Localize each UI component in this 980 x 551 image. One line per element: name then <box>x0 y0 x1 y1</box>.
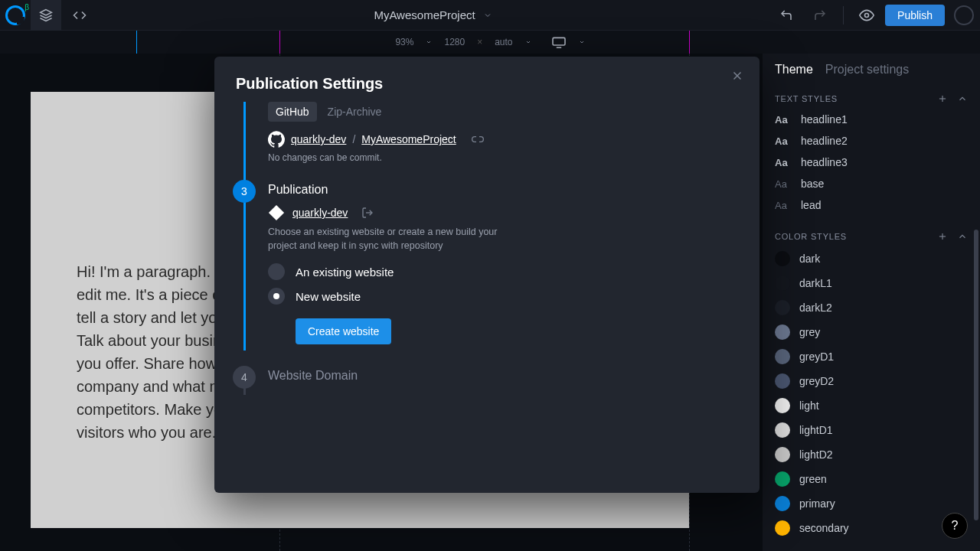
radio-existing-website[interactable]: An existing website <box>268 263 741 280</box>
svg-point-1 <box>865 13 869 17</box>
preview-icon[interactable] <box>851 0 882 31</box>
right-sidebar: Theme Project settings Text Styles Aahea… <box>763 54 980 551</box>
radio-label: An existing website <box>296 266 394 279</box>
text-style-name: headline2 <box>801 135 848 147</box>
text-sample-icon: Aa <box>775 114 792 126</box>
undo-icon[interactable] <box>771 0 802 31</box>
subtab-zip[interactable]: Zip-Archive <box>320 102 390 122</box>
desktop-icon[interactable] <box>551 36 567 48</box>
radio-indicator <box>268 288 285 305</box>
plus-icon[interactable] <box>937 93 948 104</box>
text-sample-icon: Aa <box>775 157 792 168</box>
subtab-github[interactable]: GitHub <box>268 102 317 122</box>
top-bar: β MyAwesomeProject Publish <box>0 0 980 31</box>
color-swatch <box>775 471 790 487</box>
color-swatch <box>775 324 790 340</box>
redo-icon[interactable] <box>805 0 835 31</box>
modal-title: Publication Settings <box>214 57 760 102</box>
color-name: secondary <box>799 522 849 534</box>
text-style-item[interactable]: Aaheadline3 <box>763 152 980 173</box>
color-style-item[interactable]: greyD2 <box>763 369 980 393</box>
logout-icon[interactable] <box>361 207 374 219</box>
text-sample-icon: Aa <box>775 135 792 147</box>
color-swatch <box>775 447 790 462</box>
canvas-width[interactable]: 1280 <box>444 37 465 47</box>
chevron-down-icon[interactable] <box>426 39 432 45</box>
color-name: lightD1 <box>799 424 833 436</box>
text-style-name: base <box>801 178 824 190</box>
tab-theme[interactable]: Theme <box>775 63 813 77</box>
color-swatch <box>775 496 790 511</box>
user-avatar[interactable] <box>954 5 974 25</box>
color-swatch <box>775 276 790 291</box>
color-swatch <box>775 349 790 364</box>
chevron-up-icon[interactable] <box>957 93 968 104</box>
commit-status: No changes can be commit. <box>268 152 741 163</box>
beta-badge: β <box>24 3 29 11</box>
color-style-item[interactable]: greyD1 <box>763 344 980 369</box>
canvas-height[interactable]: auto <box>495 37 512 47</box>
zoom-level[interactable]: 93% <box>395 37 413 47</box>
step-4-badge: 4 <box>233 366 256 389</box>
chevron-down-icon[interactable] <box>579 39 585 45</box>
text-style-item[interactable]: Aalead <box>763 194 980 216</box>
color-swatch <box>775 422 790 438</box>
color-swatch <box>775 398 790 413</box>
color-styles-heading: Color Styles <box>775 232 847 241</box>
ruler-guide <box>136 31 137 54</box>
scrollbar[interactable] <box>974 230 978 520</box>
color-style-item[interactable]: darkL2 <box>763 295 980 320</box>
layers-icon[interactable] <box>31 0 61 31</box>
text-style-name: lead <box>801 199 821 211</box>
code-icon[interactable] <box>64 0 95 31</box>
svg-marker-0 <box>41 9 52 15</box>
create-website-button[interactable]: Create website <box>296 318 391 344</box>
color-name: grey <box>799 326 820 338</box>
color-style-item[interactable]: green <box>763 467 980 491</box>
color-style-item[interactable]: lightD1 <box>763 418 980 442</box>
text-style-item[interactable]: Aaheadline1 <box>763 109 980 130</box>
radio-indicator <box>268 263 285 280</box>
publication-settings-modal: Publication Settings GitHub Zip-Archive … <box>214 57 760 493</box>
color-name: greyD1 <box>799 350 834 363</box>
color-style-item[interactable]: primary <box>763 491 980 516</box>
color-swatch <box>775 373 790 389</box>
unlink-icon[interactable] <box>472 133 484 145</box>
project-name-label: MyAwesomeProject <box>374 8 475 21</box>
radio-new-website[interactable]: New website <box>268 288 741 305</box>
color-style-item[interactable]: grey <box>763 320 980 344</box>
github-repo-link[interactable]: MyAwesomeProject <box>361 133 456 145</box>
color-style-item[interactable]: lightD2 <box>763 442 980 467</box>
plus-icon[interactable] <box>937 231 948 242</box>
project-name[interactable]: MyAwesomeProject <box>95 8 771 21</box>
color-name: darkL2 <box>799 302 832 314</box>
color-name: darkL1 <box>799 277 832 289</box>
github-owner-link[interactable]: quarkly-dev <box>291 133 346 145</box>
text-sample-icon: Aa <box>775 178 792 190</box>
color-swatch <box>775 251 790 266</box>
text-style-item[interactable]: Aabase <box>763 173 980 194</box>
color-name: dark <box>799 253 820 265</box>
text-style-name: headline3 <box>801 156 848 168</box>
color-style-item[interactable]: dark <box>763 246 980 271</box>
chevron-down-icon[interactable] <box>525 39 531 45</box>
help-button[interactable]: ? <box>942 513 968 539</box>
text-style-name: headline1 <box>801 113 848 126</box>
ruler-guide <box>689 31 690 54</box>
chevron-up-icon[interactable] <box>957 231 968 242</box>
ruler-guide <box>279 31 280 54</box>
color-swatch <box>775 300 790 315</box>
color-style-item[interactable]: light <box>763 393 980 418</box>
text-style-item[interactable]: Aaheadline2 <box>763 130 980 152</box>
step-3-title: Publication <box>268 183 741 197</box>
app-logo[interactable]: β <box>0 0 31 31</box>
color-name: primary <box>799 497 835 510</box>
color-swatch <box>775 520 790 536</box>
close-icon[interactable] <box>730 69 744 83</box>
publish-button[interactable]: Publish <box>885 5 945 26</box>
tab-project-settings[interactable]: Project settings <box>825 63 909 77</box>
step-3-description: Choose an existing website or create a n… <box>268 226 528 253</box>
color-style-item[interactable]: darkL1 <box>763 271 980 295</box>
netlify-account-link[interactable]: quarkly-dev <box>292 207 348 219</box>
color-name: lightD2 <box>799 448 833 461</box>
